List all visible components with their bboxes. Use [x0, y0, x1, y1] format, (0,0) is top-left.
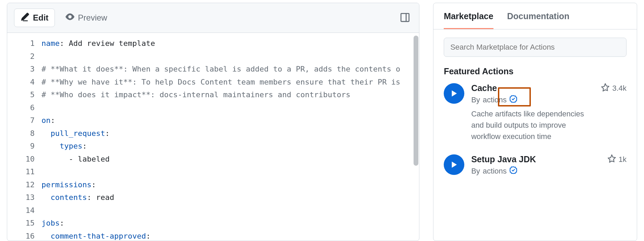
- action-item[interactable]: Cache By actions 3.4k: [444, 83, 627, 142]
- editor-header: Edit Preview: [7, 3, 419, 33]
- side-tab-group: Marketplace Documentation: [433, 3, 637, 29]
- action-description: Cache artifacts like dependencies and bu…: [471, 108, 584, 142]
- star-icon: [608, 154, 616, 165]
- edit-tab[interactable]: Edit: [14, 9, 55, 27]
- preview-tab[interactable]: Preview: [59, 9, 114, 27]
- action-author: By actions: [471, 166, 536, 176]
- marketplace-body: Featured Actions Cache By actions: [433, 29, 637, 241]
- tab-marketplace[interactable]: Marketplace: [444, 11, 493, 29]
- edit-tab-label: Edit: [33, 13, 48, 23]
- star-icon: [601, 83, 609, 93]
- code-content[interactable]: name: Add review template # **What it do…: [41, 33, 419, 241]
- eye-icon: [65, 12, 74, 23]
- featured-actions-heading: Featured Actions: [444, 66, 627, 76]
- editor-panel: Edit Preview 12345678910111213141516 nam…: [7, 3, 419, 241]
- action-stars: 3.4k: [601, 83, 627, 93]
- code-icon: [21, 12, 29, 23]
- action-title: Cache: [471, 83, 517, 93]
- tab-documentation[interactable]: Documentation: [507, 11, 570, 29]
- marketplace-panel: Marketplace Documentation Featured Actio…: [433, 3, 637, 241]
- verified-icon: [510, 166, 517, 176]
- editor-tab-group: Edit Preview: [14, 9, 114, 27]
- preview-tab-label: Preview: [78, 13, 107, 23]
- action-play-icon: [444, 154, 464, 175]
- verified-icon: [510, 95, 517, 105]
- line-number-gutter: 12345678910111213141516: [7, 33, 41, 241]
- search-input[interactable]: [444, 38, 627, 57]
- action-stars: 1k: [608, 154, 627, 165]
- toggle-sidebar-button[interactable]: [398, 10, 412, 26]
- editor-scrollbar[interactable]: [414, 36, 418, 166]
- action-author: By actions: [471, 95, 517, 105]
- sidebar-collapse-icon: [400, 18, 410, 24]
- action-item[interactable]: Setup Java JDK By actions 1k: [444, 154, 627, 176]
- code-editor[interactable]: 12345678910111213141516 name: Add review…: [7, 33, 419, 241]
- action-title: Setup Java JDK: [471, 154, 536, 164]
- action-play-icon: [444, 83, 464, 104]
